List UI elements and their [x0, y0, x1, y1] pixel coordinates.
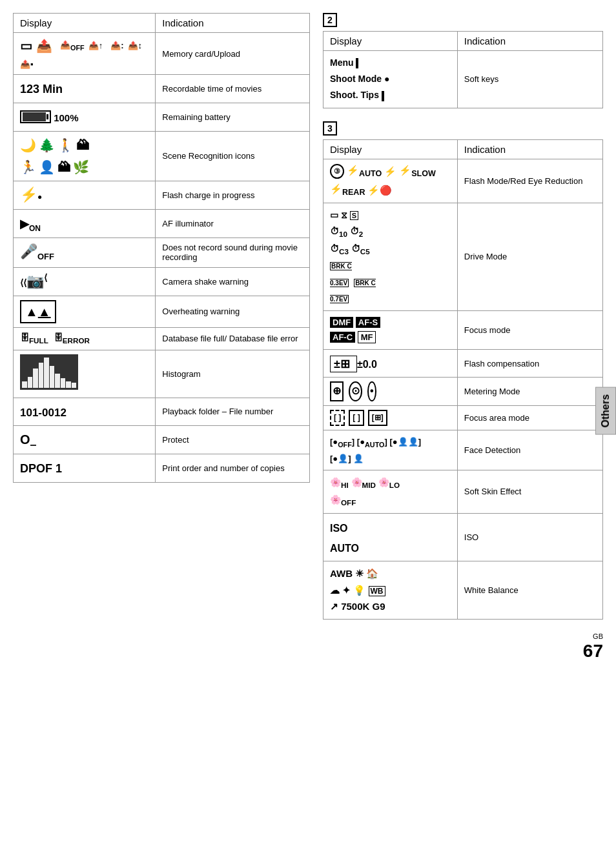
- section2-number: 2: [323, 13, 337, 27]
- table-row: DMF AF-S AF-C MF Focus mode: [323, 310, 603, 349]
- table-row: Menu Shoot Mode ● Shoot. Tips Soft keys: [323, 51, 603, 108]
- table-row: ▭ ⧖ S ⏱10 ⏱2 ⏱C3 ⏱C5 BRK C0.3EV: [323, 203, 603, 310]
- indication-histogram: Histogram: [156, 350, 310, 398]
- sidebar-tab: Others: [595, 387, 616, 435]
- section1-table: Display Indication ▭📤 📤OFF📤↑ 📤:📤↕ 📤▪: [13, 13, 310, 483]
- page-layout: Display Indication ▭📤 📤OFF📤↑ 📤:📤↕ 📤▪: [13, 13, 603, 661]
- table-row: ③ ⚡AUTO ⚡ ⚡SLOW ⚡REAR ⚡🔴 Flash Mode/Red …: [323, 159, 603, 203]
- indication-drive-mode: Drive Mode: [457, 203, 602, 310]
- gb-label: GB: [593, 632, 603, 640]
- col-display-2: Display: [323, 32, 458, 51]
- indication-af-illuminator: AF illuminator: [156, 209, 310, 237]
- display-flash-charge: ⚡●: [14, 181, 156, 209]
- table-row: [ ] [ ] [⊞] Focus area mode: [323, 405, 603, 430]
- right-column: 2 Display Indication Menu Shoot Mode ●: [323, 13, 603, 661]
- col-indication-3: Indication: [457, 139, 602, 159]
- indication-soft-skin: Soft Skin Effect: [457, 470, 602, 514]
- display-overheat: ▲▲: [14, 296, 156, 327]
- table-row: ▶ON AF illuminator: [14, 209, 310, 237]
- display-scene: 🌙🌲🚶🏔 🏃👤🏔 🌿: [14, 131, 156, 181]
- col-indication-1: Indication: [156, 14, 310, 33]
- table-row: DPOF 1 Print order and number of copies: [14, 454, 310, 483]
- indication-battery: Remaining battery: [156, 103, 310, 131]
- display-face-detection: [●OFF] [●AUTO] [●👤👤] [●👤] 👤: [323, 430, 458, 470]
- display-metering: ⊕ ⊙ •: [323, 378, 458, 405]
- indication-metering: Metering Mode: [457, 378, 602, 405]
- section3-table: Display Indication ③ ⚡AUTO ⚡ ⚡SLOW: [323, 139, 603, 620]
- display-battery: 100%: [14, 103, 156, 131]
- indication-focus-area: Focus area mode: [457, 405, 602, 430]
- indication-iso: ISO: [457, 513, 602, 561]
- section2: 2 Display Indication Menu Shoot Mode ●: [323, 13, 603, 108]
- page-number-area: GB 67: [323, 631, 603, 661]
- section3-number: 3: [323, 121, 337, 136]
- indication-playback-folder: Playback folder – File number: [156, 398, 310, 426]
- table-row: 🎤OFF Does not record sound during movie …: [14, 237, 310, 267]
- table-row: ⚡● Flash charge in progress: [14, 181, 310, 209]
- table-row: ▲▲ Overheating warning: [14, 296, 310, 327]
- indication-scene: Scene Recognition icons: [156, 131, 310, 181]
- indication-camera-shake: Camera shake warning: [156, 267, 310, 296]
- indication-overheat: Overheating warning: [156, 296, 310, 327]
- table-row: ISOAUTO ISO: [323, 513, 603, 561]
- col-indication-2: Indication: [457, 32, 602, 51]
- display-soft-keys: Menu Shoot Mode ● Shoot. Tips: [323, 51, 458, 108]
- table-row: 🌸HI 🌸MID 🌸LO 🌸OFF Soft Skin Effect: [323, 470, 603, 514]
- col-display-3: Display: [323, 139, 458, 159]
- indication-memory-card: Memory card/Upload: [156, 33, 310, 75]
- section3: 3 Display Indication ③ ⚡AUTO: [323, 121, 603, 620]
- table-row: O⎯ Protect: [14, 426, 310, 454]
- indication-white-balance: White Balance: [457, 561, 602, 620]
- indication-database: Database file full/ Database file error: [156, 327, 310, 350]
- table-row: ⟨⟨📷⟨ Camera shake warning: [14, 267, 310, 296]
- indication-dpof: Print order and number of copies: [156, 454, 310, 483]
- left-column: Display Indication ▭📤 📤OFF📤↑ 📤:📤↕ 📤▪: [13, 13, 310, 661]
- table-row: 100% Remaining battery: [14, 103, 310, 131]
- display-focus-mode: DMF AF-S AF-C MF: [323, 310, 458, 349]
- table-row: 🗄FULL 🗄ERROR Database file full/ Databas…: [14, 327, 310, 350]
- display-af-illuminator: ▶ON: [14, 209, 156, 237]
- display-flash-comp: ±⊞ ±0.0: [323, 349, 458, 378]
- table-row: 101-0012 Playback folder – File number: [14, 398, 310, 426]
- display-dpof: DPOF 1: [14, 454, 156, 483]
- display-soft-skin: 🌸HI 🌸MID 🌸LO 🌸OFF: [323, 470, 458, 514]
- display-protect: O⎯: [14, 426, 156, 454]
- display-database: 🗄FULL 🗄ERROR: [14, 327, 156, 350]
- table-row: [●OFF] [●AUTO] [●👤👤] [●👤] 👤 Face Detecti…: [323, 430, 603, 470]
- display-123min: 123 Min: [14, 75, 156, 103]
- display-camera-shake: ⟨⟨📷⟨: [14, 267, 156, 296]
- table-row: ⊕ ⊙ • Metering Mode: [323, 378, 603, 405]
- table-row: Histogram: [14, 350, 310, 398]
- indication-flash-mode: Flash Mode/Red Eye Reduction: [457, 159, 602, 203]
- display-iso: ISOAUTO: [323, 513, 458, 561]
- table-row: ±⊞ ±0.0 Flash compensation: [323, 349, 603, 378]
- display-focus-area: [ ] [ ] [⊞]: [323, 405, 458, 430]
- display-histogram: [14, 350, 156, 398]
- page-number: 67: [583, 641, 603, 661]
- table-row: ▭📤 📤OFF📤↑ 📤:📤↕ 📤▪ Memory card/Upload: [14, 33, 310, 75]
- histogram-graphic: [20, 354, 78, 390]
- section2-table: Display Indication Menu Shoot Mode ● Sho…: [323, 31, 603, 108]
- table-row: AWB ☀ 🏠 ☁ ✦ 💡 WB ↗ 7500K G9: [323, 561, 603, 620]
- display-flash-mode: ③ ⚡AUTO ⚡ ⚡SLOW ⚡REAR ⚡🔴: [323, 159, 458, 203]
- indication-soft-keys: Soft keys: [457, 51, 602, 108]
- indication-focus-mode: Focus mode: [457, 310, 602, 349]
- display-white-balance: AWB ☀ 🏠 ☁ ✦ 💡 WB ↗ 7500K G9: [323, 561, 458, 620]
- display-memory-card: ▭📤 📤OFF📤↑ 📤:📤↕ 📤▪: [14, 33, 156, 75]
- display-drive-mode: ▭ ⧖ S ⏱10 ⏱2 ⏱C3 ⏱C5 BRK C0.3EV: [323, 203, 458, 310]
- col-display-1: Display: [14, 14, 156, 33]
- indication-flash-comp: Flash compensation: [457, 349, 602, 378]
- display-no-sound: 🎤OFF: [14, 237, 156, 267]
- display-playback-folder: 101-0012: [14, 398, 156, 426]
- indication-flash-charge: Flash charge in progress: [156, 181, 310, 209]
- menu-items-list: Menu Shoot Mode ● Shoot. Tips: [330, 55, 451, 104]
- table-row: 123 Min Recordable time of movies: [14, 75, 310, 103]
- indication-face-detection: Face Detection: [457, 430, 602, 470]
- indication-protect: Protect: [156, 426, 310, 454]
- indication-no-sound: Does not record sound during movie recor…: [156, 237, 310, 267]
- table-row: 🌙🌲🚶🏔 🏃👤🏔 🌿 Scene Recognition icons: [14, 131, 310, 181]
- indication-123min: Recordable time of movies: [156, 75, 310, 103]
